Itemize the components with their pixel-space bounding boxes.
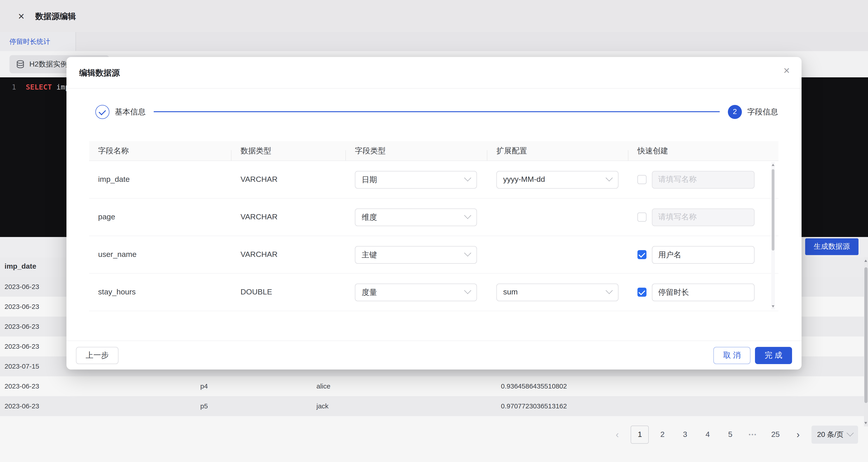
modal-close-icon[interactable]: × (783, 65, 790, 76)
chevron-down-icon (606, 174, 613, 181)
scroll-down-icon[interactable] (772, 305, 774, 308)
header-field-type: 字段类型 (346, 146, 487, 156)
step-2-circle: 2 (728, 105, 742, 119)
edit-datasource-modal: 编辑数据源 × 基本信息 2 字段信息 字段名称 数据类型 字段类型 扩展配置 … (66, 57, 802, 370)
quick-create-checkbox[interactable] (638, 288, 647, 297)
check-icon (638, 251, 645, 258)
modal-header: 编辑数据源 (66, 57, 802, 89)
field-data-type: VARCHAR (231, 250, 346, 259)
quick-create-name-input[interactable] (652, 171, 754, 188)
previous-step-button[interactable]: 上一步 (76, 347, 119, 364)
header-ext-config: 扩展配置 (487, 146, 628, 156)
ext-config-select[interactable]: yyyy-MM-dd (496, 171, 618, 188)
cancel-button[interactable]: 取 消 (713, 347, 750, 364)
header-data-type: 数据类型 (231, 146, 346, 156)
field-row-stay-hours: stay_hours DOUBLE 度量 sum (89, 274, 778, 311)
chevron-down-icon (464, 212, 471, 219)
field-type-value: 主键 (362, 249, 377, 260)
quick-create-checkbox[interactable] (638, 175, 647, 184)
field-name: stay_hours (89, 288, 231, 297)
app-root: × 数据源编辑 停留时长统计 H2数据实例 1 SELECTimp 生成数据源 … (0, 0, 868, 462)
field-type-value: 度量 (362, 287, 377, 297)
field-type-select[interactable]: 度量 (355, 283, 477, 301)
field-name: page (89, 213, 231, 222)
field-type-select[interactable]: 主键 (355, 246, 477, 264)
fields-table-header: 字段名称 数据类型 字段类型 扩展配置 快速创建 (89, 141, 778, 161)
quick-create-checkbox[interactable] (638, 213, 647, 222)
quick-create-checkbox[interactable] (638, 250, 647, 259)
quick-create-name-input[interactable] (652, 208, 754, 226)
header-field-name: 字段名称 (89, 146, 231, 156)
modal-footer: 上一步 取 消 完 成 (66, 341, 802, 370)
fields-table-scrollbar[interactable] (771, 162, 775, 309)
step-1-label: 基本信息 (115, 106, 146, 117)
quick-create-name-input[interactable] (652, 283, 754, 301)
scroll-up-icon[interactable] (772, 164, 774, 166)
chevron-down-icon (464, 174, 471, 181)
ext-config-value: yyyy-MM-dd (503, 175, 545, 184)
field-name: user_name (89, 250, 231, 259)
scrollbar-thumb[interactable] (772, 169, 774, 251)
field-row-page: page VARCHAR 维度 (89, 198, 778, 236)
field-type-select[interactable]: 日期 (355, 171, 477, 188)
ext-config-value: sum (503, 288, 518, 297)
field-type-select[interactable]: 维度 (355, 208, 477, 226)
step-1-circle (95, 105, 110, 119)
check-icon (638, 288, 645, 295)
field-row-imp-date: imp_date VARCHAR 日期 yyyy-MM-dd (89, 161, 778, 198)
step-2-number: 2 (733, 107, 737, 116)
field-data-type: VARCHAR (231, 175, 346, 184)
modal-title: 编辑数据源 (79, 67, 120, 78)
ext-config-select[interactable]: sum (496, 283, 618, 301)
finish-button[interactable]: 完 成 (755, 347, 792, 364)
quick-create-name-input[interactable] (652, 246, 754, 264)
fields-table: 字段名称 数据类型 字段类型 扩展配置 快速创建 imp_date VARCHA… (89, 141, 778, 311)
field-data-type: VARCHAR (231, 213, 346, 222)
chevron-down-icon (464, 249, 471, 256)
field-type-value: 日期 (362, 174, 377, 185)
check-icon (98, 107, 106, 115)
steps-indicator: 基本信息 2 字段信息 (95, 101, 778, 122)
field-row-user-name: user_name VARCHAR 主键 (89, 236, 778, 274)
field-type-value: 维度 (362, 212, 377, 222)
field-name: imp_date (89, 175, 231, 184)
step-connector-line (154, 111, 720, 112)
chevron-down-icon (464, 287, 471, 294)
chevron-down-icon (606, 287, 613, 294)
step-2-label: 字段信息 (747, 106, 778, 117)
header-quick-create: 快速创建 (628, 146, 778, 156)
field-data-type: DOUBLE (231, 288, 346, 297)
